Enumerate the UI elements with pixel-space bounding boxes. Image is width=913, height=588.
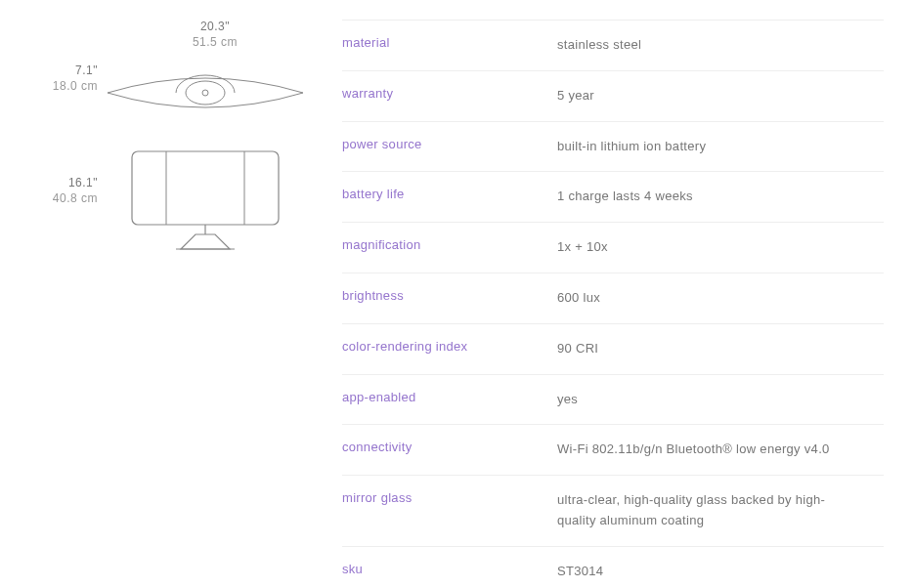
- top-view-diagram: 20.3" 51.5 cm 7.1" 18.0 cm: [29, 20, 303, 127]
- spec-value: 1 charge lasts 4 weeks: [557, 187, 884, 207]
- spec-label: magnification: [342, 237, 557, 258]
- width-cm: 51.5 cm: [176, 35, 254, 51]
- depth-cm: 18.0 cm: [39, 79, 98, 95]
- spec-label: sku: [342, 562, 557, 582]
- spec-value: ST3014: [557, 562, 884, 582]
- spec-value: yes: [557, 390, 884, 410]
- depth-dimension: 7.1" 18.0 cm: [39, 63, 98, 94]
- width-dimension: 20.3" 51.5 cm: [176, 20, 254, 50]
- spec-row: connectivityWi-Fi 802.11b/g/n Bluetooth®…: [342, 424, 884, 475]
- spec-value: stainless steel: [557, 35, 884, 56]
- spec-row: battery life1 charge lasts 4 weeks: [342, 171, 884, 222]
- spec-value: built-in lithium ion battery: [557, 137, 884, 157]
- spec-value: 1x + 10x: [557, 237, 884, 258]
- spec-label: connectivity: [342, 440, 557, 460]
- top-view-icon: [108, 59, 303, 127]
- svg-rect-1: [132, 151, 279, 225]
- spec-value: Wi-Fi 802.11b/g/n Bluetooth® low energy …: [557, 440, 884, 460]
- spec-row: warranty5 year: [342, 70, 884, 121]
- height-dimension: 16.1" 40.8 cm: [39, 176, 98, 206]
- spec-row: mirror glassultra-clear, high-quality gl…: [342, 475, 884, 546]
- spec-label: warranty: [342, 86, 557, 106]
- width-inches: 20.3": [176, 20, 254, 35]
- spec-value: 5 year: [557, 86, 884, 106]
- spec-label: battery life: [342, 187, 557, 207]
- height-cm: 40.8 cm: [39, 191, 98, 207]
- spec-label: app-enabled: [342, 390, 557, 410]
- spec-label: brightness: [342, 288, 557, 309]
- dimension-diagrams: 20.3" 51.5 cm 7.1" 18.0 cm 16.1" 40.8 cm: [29, 20, 303, 588]
- spec-label: color-rendering index: [342, 339, 557, 359]
- spec-value: 90 CRI: [557, 339, 884, 359]
- svg-point-0: [202, 90, 208, 96]
- front-view-icon: [127, 147, 283, 254]
- height-inches: 16.1": [39, 176, 98, 191]
- depth-inches: 7.1": [39, 63, 98, 79]
- spec-label: mirror glass: [342, 490, 557, 531]
- specs-table: materialstainless steelwarranty5 yearpow…: [342, 20, 884, 588]
- spec-row: skuST3014: [342, 546, 884, 588]
- spec-label: material: [342, 35, 557, 56]
- spec-row: power sourcebuilt-in lithium ion battery: [342, 121, 884, 172]
- spec-row: magnification1x + 10x: [342, 222, 884, 273]
- spec-row: color-rendering index90 CRI: [342, 323, 884, 374]
- spec-value: 600 lux: [557, 288, 884, 309]
- spec-label: power source: [342, 137, 557, 157]
- spec-row: materialstainless steel: [342, 20, 884, 70]
- spec-row: app-enabledyes: [342, 374, 884, 425]
- front-view-diagram: 16.1" 40.8 cm: [29, 147, 303, 273]
- spec-value: ultra-clear, high-quality glass backed b…: [557, 490, 884, 531]
- spec-row: brightness600 lux: [342, 273, 884, 323]
